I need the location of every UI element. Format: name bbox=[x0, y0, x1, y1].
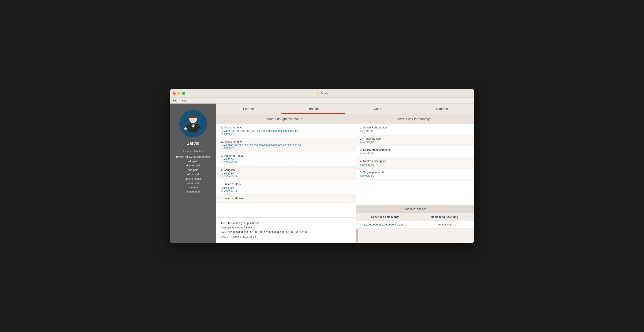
statistics-section: Statistics: finance Expenses This Month … bbox=[356, 205, 474, 228]
list-item-title: 2. Astons for lunch bbox=[220, 140, 351, 143]
window-title: 🔱 Jarvis bbox=[316, 92, 328, 95]
sidebar-section: Finance Tracker Try the following comman… bbox=[176, 149, 211, 194]
main-content: Planner Finances Ccas Courses What I bou… bbox=[216, 104, 474, 243]
list-item: 3. Dinner at Reedz I paid $5.50 on 2019-… bbox=[216, 152, 356, 166]
list-item-title: 4. Gongcha bbox=[220, 168, 351, 171]
monthly-item-title: 2. Transport fees bbox=[360, 137, 470, 140]
output-line3: Price: $$1,000,000,000,000,000,000,000,0… bbox=[220, 230, 351, 235]
sidebar: Jarvis Finance Tracker Try the following… bbox=[170, 104, 216, 243]
svg-point-1 bbox=[189, 115, 197, 118]
avatar bbox=[180, 110, 207, 137]
list-item-detail: I paid $2.80 bbox=[220, 172, 351, 175]
app-body: Jarvis Finance Tracker Try the following… bbox=[170, 104, 474, 243]
list-item-title: 6. Lunch at Utown bbox=[220, 197, 351, 200]
stat-value-row: $1,099,999,999,999,999,900,000... try: s… bbox=[356, 221, 474, 228]
cmd-add-install: add-install bbox=[176, 172, 211, 177]
svg-line-9 bbox=[198, 125, 200, 128]
traffic-lights bbox=[173, 92, 185, 95]
scrollbar-thumb[interactable] bbox=[356, 229, 358, 242]
monthly-item-title: 5. Singtel phone bill bbox=[360, 171, 470, 174]
statistics-table: Expenses This Month Remaining Spending bbox=[356, 213, 474, 221]
list-item-title: 5. Lunch at Deck bbox=[220, 182, 351, 186]
app-window: 🔱 Jarvis File Help bbox=[170, 89, 474, 243]
cmd-find-paid: find-paid bbox=[176, 168, 211, 172]
stat-remaining-value: try: set-limit bbox=[415, 221, 474, 228]
list-item: 1. Astons for lunch I paid $1,000,000,00… bbox=[216, 124, 356, 138]
list-item-date: on 2019-10-31 bbox=[220, 189, 351, 192]
sidebar-commands-intro: Try the following commands: bbox=[176, 155, 211, 159]
scrollbar[interactable] bbox=[356, 228, 358, 243]
tabs: Planner Finances Ccas Courses bbox=[216, 104, 474, 114]
monthly-item: 2. Transport fees I pay $84.50 bbox=[356, 135, 474, 146]
right-panel: What I pay for monthly... 1. Spotify sub… bbox=[356, 114, 474, 243]
stat-col-remaining: Remaining Spending bbox=[415, 213, 474, 221]
list-item: 5. Lunch at Deck I paid $4.50 on 2019-10… bbox=[216, 180, 356, 194]
list-item: 4. Gongcha I paid $2.80 on 2019-10-31 bbox=[216, 166, 356, 180]
sidebar-name: Jarvis bbox=[187, 141, 199, 146]
monthly-item-detail: I pay $20.00 bbox=[360, 152, 470, 155]
output-area: Jarvis has added your purchase! Descript… bbox=[216, 217, 356, 243]
monthly-item-title: 3. OCBC credit card fees bbox=[360, 148, 470, 152]
output-line4: Date of Purchase: 2019-11-15 bbox=[220, 235, 351, 239]
cmd-edit-install: edit-install bbox=[176, 181, 211, 186]
statistics-header: Statistics: finance bbox=[356, 205, 474, 213]
monthly-item-detail: I pay $40.00 bbox=[360, 174, 470, 177]
monthly-item-detail: I pay $60.00 bbox=[360, 163, 470, 166]
monthly-item-detail: I pay $9.50 bbox=[360, 130, 470, 133]
monthly-item: 3. OCBC credit card fees I pay $20.00 bbox=[356, 146, 474, 157]
list-item-detail: I paid $100,000,000,000,000,000,000,000,… bbox=[220, 144, 351, 147]
maximize-button[interactable] bbox=[182, 92, 185, 95]
jarvis-icon: 🔱 bbox=[316, 92, 320, 95]
tab-ccas[interactable]: Ccas bbox=[345, 104, 410, 114]
monthly-item: 5. Singtel phone bill I pay $40.00 bbox=[356, 168, 474, 180]
title-bar: 🔱 Jarvis bbox=[170, 89, 474, 98]
help-menu[interactable]: Help bbox=[182, 99, 187, 102]
list-item-date: on 2019-11-15 bbox=[220, 147, 351, 150]
file-menu[interactable]: File bbox=[173, 99, 177, 102]
cmd-add-paid: add-paid bbox=[176, 159, 211, 164]
bought-list[interactable]: 1. Astons for lunch I paid $1,000,000,00… bbox=[216, 124, 356, 217]
close-button[interactable] bbox=[173, 92, 176, 95]
monthly-item-detail: I pay $84.50 bbox=[360, 141, 470, 144]
left-panel-header: What I bought this month... bbox=[216, 114, 356, 124]
menubar: File Help bbox=[170, 98, 474, 104]
svg-point-6 bbox=[193, 126, 194, 126]
list-item-title: 3. Dinner at Reedz bbox=[220, 154, 351, 157]
monthly-item: 4. Netflix subscription I pay $60.00 bbox=[356, 157, 474, 168]
tab-courses[interactable]: Courses bbox=[410, 104, 474, 114]
list-item-detail: I paid $5.50 bbox=[220, 158, 351, 161]
stat-col-expenses: Expenses This Month bbox=[356, 213, 415, 221]
svg-point-8 bbox=[184, 127, 187, 130]
list-item: 2. Astons for lunch I paid $100,000,000,… bbox=[216, 138, 356, 152]
cmd-set-limit: set-limit bbox=[176, 185, 211, 190]
list-item-detail: I paid $1,000,000,000,000,000,000,000,00… bbox=[220, 130, 351, 133]
cmd-delete-paid: delete-paid bbox=[176, 164, 211, 168]
cmd-list-finances: list-finances bbox=[176, 190, 211, 194]
output-line1: Jarvis has added your purchase! bbox=[220, 221, 351, 225]
content-area: What I bought this month... 1. Astons fo… bbox=[216, 114, 474, 243]
list-item-title: 1. Astons for lunch bbox=[220, 126, 351, 129]
cmd-delete-install: delete-install bbox=[176, 177, 211, 181]
monthly-item-title: 4. Netflix subscription bbox=[360, 160, 470, 163]
tab-planner[interactable]: Planner bbox=[216, 104, 281, 114]
output-line2: Description: Astons for lunch bbox=[220, 225, 351, 230]
list-item-detail: I paid $4.50 bbox=[220, 186, 351, 189]
monthly-item-title: 1. Spotify subscription bbox=[360, 126, 470, 129]
right-panel-header: What I pay for monthly... bbox=[356, 114, 474, 124]
monthly-item: 1. Spotify subscription I pay $9.50 bbox=[356, 124, 474, 135]
list-item-date: on 2019-10-31 bbox=[220, 161, 351, 164]
monthly-list[interactable]: 1. Spotify subscription I pay $9.50 2. T… bbox=[356, 124, 474, 205]
stat-expenses-value: $1,099,999,999,999,999,900,000... bbox=[356, 221, 415, 228]
list-item-date: on 2019-11-15 bbox=[220, 133, 351, 136]
minimize-button[interactable] bbox=[178, 92, 180, 95]
sidebar-feature: Finance Tracker bbox=[176, 149, 211, 154]
left-panel: What I bought this month... 1. Astons fo… bbox=[216, 114, 356, 243]
list-item-date: on 2019-10-31 bbox=[220, 175, 351, 178]
tab-finances[interactable]: Finances bbox=[281, 104, 345, 114]
list-item: 6. Lunch at Utown bbox=[216, 194, 356, 203]
